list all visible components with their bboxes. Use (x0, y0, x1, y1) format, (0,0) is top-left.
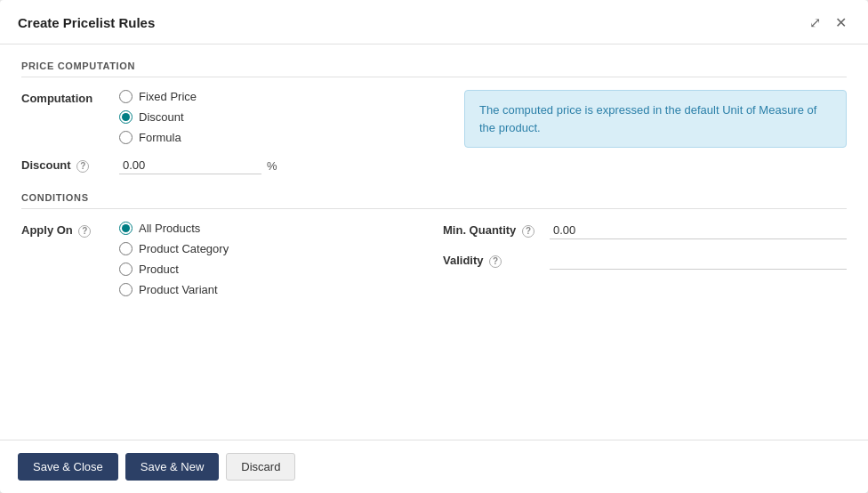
price-computation-title: PRICE COMPUTATION (21, 61, 847, 77)
min-quantity-label: Min. Quantity ? (443, 223, 550, 238)
validity-row: Validity ? (443, 252, 847, 270)
computation-option-formula[interactable]: Formula (119, 131, 450, 144)
computation-option-fixed-price[interactable]: Fixed Price (119, 90, 450, 103)
apply-on-label: Apply On ? (21, 222, 119, 238)
validity-help-icon[interactable]: ? (489, 255, 502, 268)
apply-on-radio-product-category[interactable] (119, 242, 133, 255)
apply-on-radio-all-products[interactable] (119, 222, 133, 235)
discard-button[interactable]: Discard (226, 453, 295, 481)
computation-radio-fixed-price[interactable] (119, 90, 133, 103)
apply-on-product-category[interactable]: Product Category (119, 242, 425, 255)
discount-input-wrap: % (119, 157, 847, 174)
apply-on-product-variant[interactable]: Product Variant (119, 283, 425, 296)
computation-options: Fixed Price Discount Formula (119, 90, 450, 144)
computation-row: Computation Fixed Price Discount Formula (21, 90, 847, 148)
apply-on-all-products[interactable]: All Products (119, 222, 425, 235)
computation-radio-formula[interactable] (119, 131, 133, 144)
apply-on-options: All Products Product Category Product (119, 222, 425, 296)
conditions-section: CONDITIONS Apply On ? All Products (21, 192, 847, 305)
computation-discount-label: Discount (139, 110, 184, 124)
validity-label: Validity ? (443, 254, 550, 268)
computation-option-discount[interactable]: Discount (119, 110, 450, 124)
conditions-title: CONDITIONS (21, 192, 847, 209)
create-pricelist-rules-dialog: Create Pricelist Rules ⤢ ✕ PRICE COMPUTA… (0, 0, 868, 493)
computation-fixed-price-label: Fixed Price (139, 90, 197, 103)
dialog-body: PRICE COMPUTATION Computation Fixed Pric… (0, 44, 868, 440)
price-computation-section: PRICE COMPUTATION Computation Fixed Pric… (21, 61, 847, 174)
expand-button[interactable]: ⤢ (806, 12, 824, 33)
computation-radio-discount[interactable] (119, 110, 133, 124)
header-actions: ⤢ ✕ (806, 12, 850, 33)
expand-icon: ⤢ (809, 14, 821, 31)
apply-on-product-category-label: Product Category (139, 242, 229, 255)
computation-formula-label: Formula (139, 131, 181, 144)
conditions-right: Min. Quantity ? Validity ? (425, 222, 847, 305)
apply-on-radio-product-variant[interactable] (119, 283, 133, 296)
apply-on-help-icon[interactable]: ? (78, 225, 91, 238)
close-icon: ✕ (835, 14, 847, 31)
discount-content: % (119, 157, 847, 174)
discount-label: Discount ? (21, 157, 119, 173)
discount-suffix: % (267, 159, 277, 173)
computation-info-box: The computed price is expressed in the d… (464, 90, 847, 148)
discount-row: Discount ? % (21, 157, 847, 174)
apply-on-product-variant-label: Product Variant (139, 283, 218, 296)
validity-input[interactable] (550, 252, 847, 270)
apply-on-product-label: Product (139, 263, 179, 276)
dialog-title: Create Pricelist Rules (18, 15, 155, 30)
apply-on-row: Apply On ? All Products Product Category (21, 222, 425, 296)
discount-input[interactable] (119, 157, 261, 174)
conditions-grid: Apply On ? All Products Product Category (21, 222, 847, 305)
computation-label: Computation (21, 90, 119, 105)
dialog-footer: Save & Close Save & New Discard (0, 440, 868, 493)
save-new-button[interactable]: Save & New (125, 453, 220, 481)
apply-on-radio-product[interactable] (119, 263, 133, 276)
min-quantity-input[interactable] (550, 222, 847, 239)
save-close-button[interactable]: Save & Close (18, 453, 118, 481)
apply-on-all-products-label: All Products (139, 222, 200, 235)
discount-help-icon[interactable]: ? (76, 160, 89, 173)
apply-on-product[interactable]: Product (119, 263, 425, 276)
min-quantity-help-icon[interactable]: ? (522, 225, 534, 238)
dialog-header: Create Pricelist Rules ⤢ ✕ (0, 0, 868, 44)
close-button[interactable]: ✕ (832, 12, 850, 33)
conditions-left: Apply On ? All Products Product Category (21, 222, 425, 305)
min-quantity-row: Min. Quantity ? (443, 222, 847, 239)
